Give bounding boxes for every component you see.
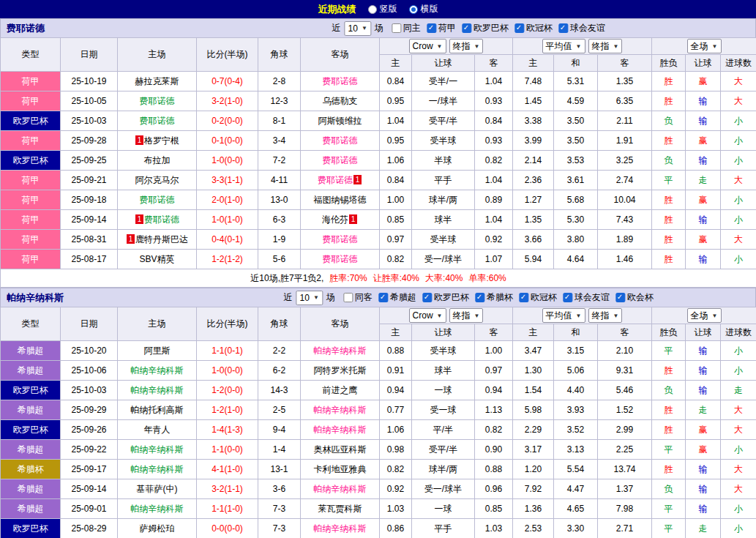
radio-icon[interactable] (409, 5, 418, 14)
team-link[interactable]: 费耶诺德 (323, 254, 358, 264)
team-link[interactable]: 乌德勒支 (323, 96, 358, 106)
team-link[interactable]: 费耶诺德 (140, 195, 175, 205)
league-cell: 希腊超 (1, 499, 61, 519)
team-link[interactable]: 海伦芬 (322, 214, 348, 225)
score-cell: 1-0(1-0) (197, 210, 258, 230)
team-link[interactable]: 卡利地亚雅典 (314, 464, 367, 474)
filter-checkbox-欧会杯[interactable]: 欧会杯 (615, 291, 654, 304)
team-link[interactable]: 帕纳辛纳科斯 (314, 345, 367, 356)
team-link[interactable]: 阿尔克马尔 (135, 175, 179, 185)
final-index-select[interactable]: 终指▼ (588, 308, 623, 323)
ah-line: 受半球 (412, 131, 475, 151)
bookmaker-select[interactable]: Crow▼ (409, 39, 446, 53)
team-link[interactable]: 费耶诺德 (323, 155, 358, 165)
checkbox-icon[interactable] (558, 23, 568, 33)
radio-icon[interactable] (368, 5, 377, 14)
team-link[interactable]: 帕纳辛纳科斯 (131, 464, 184, 474)
team-link[interactable]: 奥林匹亚科斯 (314, 444, 367, 455)
eu-away-odds: 9.31 (598, 361, 652, 381)
team-link[interactable]: 费耶诺德 (140, 96, 175, 106)
match-count-select[interactable]: 10▼ (296, 291, 323, 305)
team-link[interactable]: 赫拉克莱斯 (135, 76, 179, 86)
checkbox-icon[interactable] (475, 293, 484, 302)
team-link[interactable]: 格罗宁根 (144, 135, 179, 146)
team-link[interactable]: 帕纳辛纳科斯 (314, 484, 367, 494)
team-link[interactable]: 阿特罗米托斯 (314, 365, 367, 376)
team-link[interactable]: SBV精英 (139, 254, 174, 264)
checkbox-group: 同主荷甲欧罗巴杯欧冠杯球会友谊 (386, 22, 605, 34)
date-cell: 25-08-31 (61, 230, 118, 250)
filter-checkbox-球会友谊[interactable]: 球会友谊 (563, 291, 610, 304)
final-index-select[interactable]: 终指▼ (449, 308, 484, 323)
ah-away-odds: 1.07 (475, 250, 513, 269)
filter-checkbox-同主[interactable]: 同主 (392, 22, 421, 34)
team-link[interactable]: 费耶诺德 (318, 175, 353, 185)
team-link[interactable]: 费耶诺德 (323, 135, 358, 146)
final-index-select[interactable]: 终指▼ (449, 39, 484, 53)
checkbox-icon[interactable] (462, 23, 471, 33)
checkbox-icon[interactable] (427, 23, 436, 33)
date-cell: 25-09-14 (61, 210, 118, 230)
checkbox-icon[interactable] (514, 23, 524, 33)
team-link[interactable]: 费耶诺德 (323, 76, 358, 86)
layout-option-horizontal[interactable]: 横版 (409, 3, 438, 15)
fulltime-select[interactable]: 全场▼ (687, 39, 722, 53)
checkbox-icon[interactable] (422, 293, 432, 302)
fulltime-select[interactable]: 全场▼ (687, 308, 722, 323)
filter-checkbox-欧罗巴杯[interactable]: 欧罗巴杯 (462, 22, 509, 34)
team-link[interactable]: 阿里斯 (144, 345, 171, 356)
chevron-down-icon: ▼ (712, 313, 718, 319)
average-select[interactable]: 平均值▼ (542, 39, 585, 53)
eu-draw-odds: 3.30 (554, 519, 598, 538)
final-index-select[interactable]: 终指▼ (588, 39, 623, 53)
checkbox-icon[interactable] (392, 23, 401, 33)
bookmaker-select[interactable]: Crow▼ (409, 308, 446, 323)
team-link[interactable]: 莱瓦贾科斯 (318, 504, 362, 514)
checkbox-icon[interactable] (563, 293, 572, 302)
result-wdl: 平 (652, 171, 686, 190)
corner-cell: 7-3 (258, 519, 301, 538)
team-link[interactable]: 帕纳辛纳科斯 (314, 523, 367, 534)
average-select[interactable]: 平均值▼ (542, 308, 585, 323)
filter-checkbox-希腊超[interactable]: 希腊超 (378, 291, 416, 304)
team-link[interactable]: 年青人 (144, 425, 171, 435)
team-link[interactable]: 帕纳辛纳科斯 (131, 504, 184, 514)
team-link[interactable]: 帕纳辛纳科斯 (314, 405, 367, 415)
team-link[interactable]: 帕纳辛纳科斯 (131, 365, 184, 376)
match-count-select[interactable]: 10▼ (345, 21, 371, 36)
checkbox-icon[interactable] (519, 293, 528, 302)
team-link[interactable]: 萨姆松珀 (140, 523, 175, 534)
team-link[interactable]: 阿斯顿维拉 (318, 116, 362, 126)
team-link[interactable]: 帕纳辛纳科斯 (131, 444, 184, 455)
team-link[interactable]: 费耶诺德 (144, 214, 179, 225)
checkbox-icon[interactable] (615, 293, 625, 302)
page-title: 近期战绩 (318, 3, 356, 16)
filter-checkbox-希腊杯[interactable]: 希腊杯 (475, 291, 513, 304)
filter-checkbox-欧冠杯[interactable]: 欧冠杯 (519, 291, 557, 304)
team-link[interactable]: 帕纳辛纳科斯 (314, 425, 367, 435)
filter-checkbox-同客[interactable]: 同客 (343, 291, 373, 304)
checkbox-icon[interactable] (343, 293, 353, 302)
team-link[interactable]: 鹿特丹斯巴达 (135, 234, 188, 244)
corner-cell: 7-3 (258, 499, 301, 519)
team-link[interactable]: 帕纳托利高斯 (131, 405, 184, 415)
team-link[interactable]: 布拉加 (144, 155, 171, 165)
layout-option-vertical[interactable]: 竖版 (368, 3, 397, 15)
filter-checkbox-荷甲[interactable]: 荷甲 (427, 22, 456, 34)
ah-home-odds: 1.04 (380, 111, 412, 131)
filter-checkbox-欧罗巴杯[interactable]: 欧罗巴杯 (422, 291, 469, 304)
team-link[interactable]: 福图纳锡塔德 (314, 195, 367, 205)
team-link[interactable]: 费耶诺德 (140, 116, 175, 126)
eu-away-odds: 1.52 (598, 400, 652, 420)
score-cell: 0-1(0-0) (197, 131, 258, 151)
filter-checkbox-球会友谊[interactable]: 球会友谊 (558, 22, 605, 34)
team-link[interactable]: 帕纳辛纳科斯 (131, 385, 184, 395)
ah-line: 球半 (412, 210, 475, 230)
team-link[interactable]: 费耶诺德 (323, 234, 358, 244)
team-link[interactable]: 基菲萨(中) (137, 484, 178, 494)
handicap-odds-header: Crow▼终指▼ (380, 38, 513, 55)
league-cell: 希腊超 (1, 341, 61, 361)
team-link[interactable]: 前进之鹰 (323, 385, 358, 395)
checkbox-icon[interactable] (378, 293, 388, 302)
filter-checkbox-欧冠杯[interactable]: 欧冠杯 (514, 22, 553, 34)
